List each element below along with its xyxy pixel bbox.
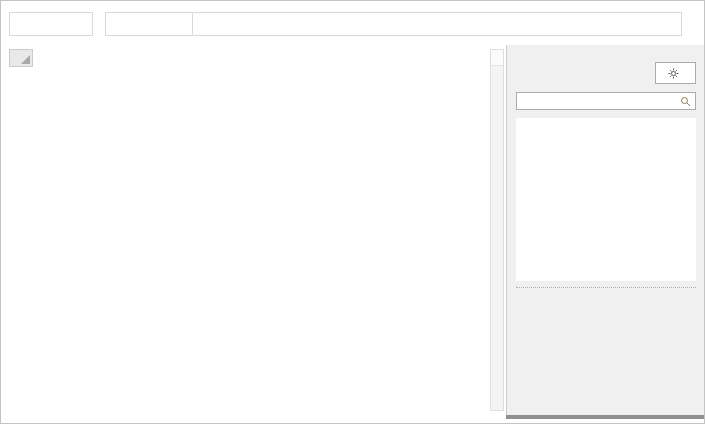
excel-window [0, 0, 705, 424]
panel-instruction-row [516, 62, 696, 84]
formula-bar [9, 12, 698, 36]
select-all-corner[interactable] [9, 49, 33, 67]
search-input[interactable] [516, 92, 696, 110]
panel-instruction [516, 62, 655, 84]
select-all-triangle-icon [21, 55, 30, 64]
gear-icon [668, 68, 679, 79]
vertical-scrollbar[interactable] [490, 49, 504, 411]
scroll-up-button[interactable] [491, 50, 503, 66]
fields-list [516, 118, 696, 281]
name-box[interactable] [9, 12, 93, 36]
tools-button[interactable] [655, 62, 696, 84]
formula-input[interactable] [193, 12, 682, 36]
formula-buttons [105, 12, 193, 36]
panel-divider [516, 287, 696, 288]
pivot-fields-panel [506, 45, 704, 419]
search-icon [680, 96, 691, 107]
formula-bar-expand-icon[interactable] [682, 12, 698, 36]
formula-bar-separator-icon [93, 12, 105, 36]
window-bottom-edge [506, 415, 704, 419]
